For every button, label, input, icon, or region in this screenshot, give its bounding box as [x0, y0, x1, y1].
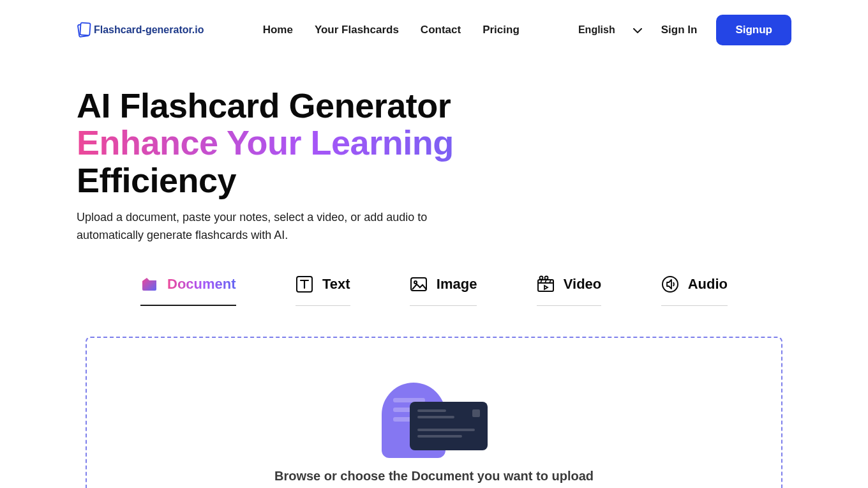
chevron-down-icon	[633, 24, 642, 36]
hero-section: AI Flashcard Generator Enhance Your Lear…	[77, 60, 791, 245]
tab-label: Text	[322, 276, 350, 293]
tab-image[interactable]: Image	[410, 275, 477, 306]
image-icon	[410, 275, 428, 293]
header-right: English Sign In Signup	[578, 15, 791, 45]
input-type-tabs: Document Text Image Video Audio	[77, 275, 791, 306]
tab-label: Audio	[688, 276, 728, 293]
tab-document[interactable]: Document	[140, 275, 236, 306]
language-label: English	[578, 24, 615, 36]
nav-flashcards[interactable]: Your Flashcards	[315, 24, 399, 36]
main-nav: Home Your Flashcards Contact Pricing	[263, 24, 520, 36]
hero-title-line1: AI Flashcard Generator	[77, 86, 451, 125]
logo-text: Flashcard-generator.io	[94, 24, 204, 36]
tab-label: Image	[437, 276, 477, 293]
hero-title: AI Flashcard Generator Enhance Your Lear…	[77, 87, 536, 199]
hero-title-line2: Enhance Your Learning	[77, 124, 536, 161]
svg-point-4	[414, 281, 417, 284]
tab-label: Video	[564, 276, 602, 293]
tab-audio[interactable]: Audio	[661, 275, 728, 306]
tab-label: Document	[167, 276, 236, 293]
nav-home[interactable]: Home	[263, 24, 293, 36]
hero-subtitle: Upload a document, paste your notes, sel…	[77, 209, 460, 245]
text-icon	[296, 275, 313, 293]
svg-point-7	[544, 277, 548, 280]
audio-icon	[661, 275, 679, 293]
video-icon	[537, 275, 555, 293]
upload-illustration-icon	[382, 370, 487, 462]
tab-video[interactable]: Video	[537, 275, 602, 306]
document-icon	[140, 275, 158, 293]
logo-icon	[77, 22, 92, 38]
language-select[interactable]: English	[578, 24, 642, 36]
tab-text[interactable]: Text	[296, 275, 350, 306]
main-header: Flashcard-generator.io Home Your Flashca…	[77, 0, 791, 60]
signin-link[interactable]: Sign In	[661, 24, 698, 36]
svg-point-9	[662, 277, 678, 292]
svg-rect-1	[80, 23, 90, 36]
nav-contact[interactable]: Contact	[421, 24, 461, 36]
signup-button[interactable]: Signup	[716, 15, 791, 45]
hero-title-line3: Efficiency	[77, 161, 236, 199]
upload-dropzone[interactable]: Browse or choose the Document you want t…	[86, 337, 782, 488]
upload-title: Browse or choose the Document you want t…	[100, 469, 768, 484]
svg-point-6	[539, 277, 542, 280]
logo[interactable]: Flashcard-generator.io	[77, 22, 204, 38]
svg-marker-8	[544, 286, 548, 289]
nav-pricing[interactable]: Pricing	[483, 24, 520, 36]
